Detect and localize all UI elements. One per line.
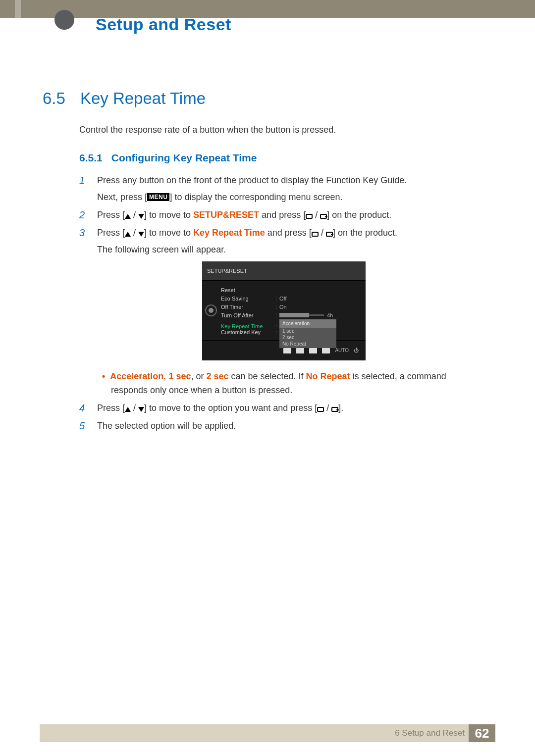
step-number: 3 [79, 226, 92, 240]
step-text: ] to move to [144, 210, 193, 220]
content-body: 1 Press any button on the front of the p… [79, 173, 471, 437]
step-text: and press [ [259, 210, 306, 220]
step-text: The following screen will appear. [97, 243, 471, 256]
nav-icon [283, 348, 291, 353]
down-icon [138, 232, 144, 237]
step-text: , [163, 371, 168, 381]
step-5: 5 The selected option will be applied. [79, 419, 471, 433]
gear-icon [205, 304, 217, 316]
up-icon [125, 407, 131, 412]
step-text: Press any button on the front of the pro… [97, 175, 407, 185]
step-text: , or [191, 371, 206, 381]
enter-icon [326, 232, 333, 237]
step-text: ]. [338, 403, 343, 413]
auto-label: AUTO [335, 344, 349, 357]
step-text: ] to move to the option you want and pre… [144, 403, 317, 413]
emphasis: No Repeat [306, 371, 350, 381]
footer-bar: 6 Setup and Reset 62 [40, 724, 495, 742]
down-icon [138, 407, 144, 412]
osd-screenshot: SETUP&RESET Reset Eco Saving:Off Off Tim… [202, 261, 366, 360]
source-icon [317, 407, 324, 412]
step-text: The selected option will be applied. [97, 421, 236, 431]
osd-dropdown: Acceleration 1 sec 2 sec No Repeat [279, 319, 336, 348]
section-number: 6.5 [43, 89, 65, 108]
source-icon [312, 232, 319, 237]
enter-icon [320, 214, 327, 219]
chapter-title: Setup and Reset [96, 15, 231, 34]
step-2: 2 Press [ / ] to move to SETUP&RESET and… [79, 208, 471, 222]
osd-value: On [279, 300, 287, 314]
step-text: Next, press [ [97, 192, 147, 202]
down-icon [138, 214, 144, 219]
osd-item: Customized Key [221, 325, 275, 339]
nav-icon [322, 348, 330, 353]
nav-icon [296, 348, 304, 353]
step-text: ] to move to [144, 228, 193, 238]
nav-icon [309, 348, 317, 353]
step-text: ] on the product. [333, 228, 397, 238]
menu-icon: MENU [147, 193, 169, 201]
step-text: ] on the product. [327, 210, 391, 220]
footer-chapter: 6 Setup and Reset [395, 728, 469, 738]
up-icon [125, 214, 131, 219]
bullet-icon: • [102, 371, 110, 381]
enter-icon [331, 407, 338, 412]
emphasis: SETUP&RESET [193, 210, 259, 220]
emphasis: Key Repeat Time [193, 228, 265, 238]
step-1: 1 Press any button on the front of the p… [79, 173, 471, 204]
emphasis: 2 sec [206, 371, 228, 381]
emphasis: 1 sec [168, 371, 191, 381]
section-title: Key Repeat Time [80, 89, 206, 108]
step-text: Press [ [97, 403, 125, 413]
step-text: ] to display the corresponding menu scre… [169, 192, 342, 202]
osd-option: 1 sec [282, 328, 333, 334]
section-intro: Control the response rate of a button wh… [79, 125, 336, 135]
step-number: 1 [79, 173, 92, 187]
subsection-number: 6.5.1 [79, 152, 103, 164]
osd-option: Acceleration [279, 319, 336, 328]
page-number: 62 [469, 724, 495, 742]
step-number: 4 [79, 401, 92, 415]
step-text: can be selected. If [228, 371, 306, 381]
osd-option: No Repeat [282, 341, 333, 347]
emphasis: Acceleration [110, 371, 163, 381]
power-icon: ⏻ [354, 344, 359, 357]
subsection-title: Configuring Key Repeat Time [111, 152, 257, 164]
header-bar [0, 0, 535, 18]
up-icon [125, 232, 131, 237]
osd-slider [279, 314, 324, 316]
source-icon [306, 214, 313, 219]
subsection-heading: 6.5.1 Configuring Key Repeat Time [79, 152, 257, 164]
section-heading: 6.5 Key Repeat Time [43, 89, 206, 108]
step-text: and press [ [265, 228, 312, 238]
step-4: 4 Press [ / ] to move to the option you … [79, 401, 471, 415]
chapter-badge [54, 10, 74, 30]
step-number: 5 [79, 419, 92, 433]
step-text: Press [ [97, 210, 125, 220]
step-text: Press [ [97, 228, 125, 238]
step-number: 2 [79, 208, 92, 222]
osd-title: SETUP&RESET [202, 261, 366, 281]
step-3: 3 Press [ / ] to move to Key Repeat Time… [79, 226, 471, 397]
osd-option: 2 sec [282, 334, 333, 341]
